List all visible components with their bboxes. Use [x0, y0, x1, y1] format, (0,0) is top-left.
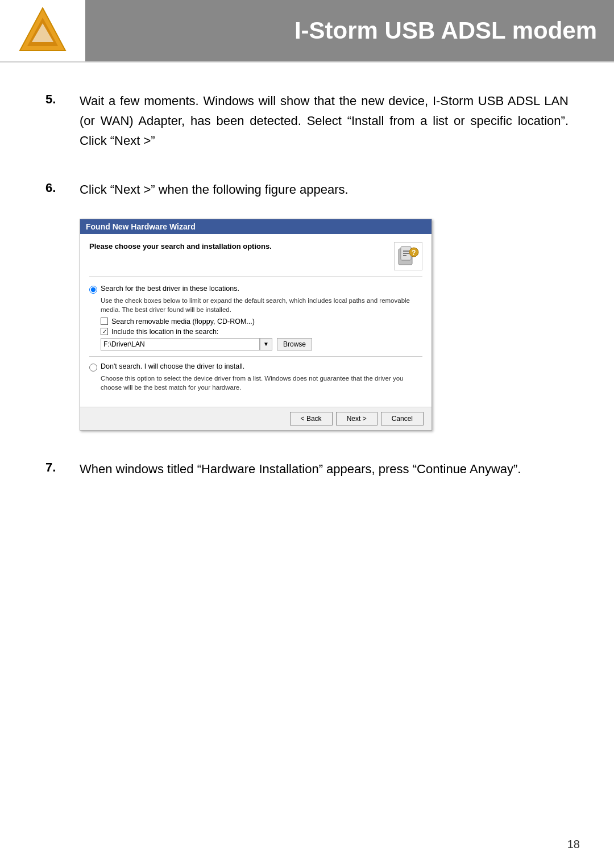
step-7-number: 7.: [45, 459, 80, 475]
checkbox2-label: Include this location in the search:: [111, 328, 218, 336]
step-5: 5. Wait a few moments. Windows will show…: [45, 91, 569, 151]
dialog-body: Please choose your search and installati…: [80, 234, 432, 407]
dropdown-arrow[interactable]: ▼: [260, 338, 272, 350]
step-7-text: When windows titled “Hardware Installati…: [80, 459, 569, 479]
header-title-area: I-Storm USB ADSL modem: [85, 0, 614, 61]
location-row: ▼ Browse: [101, 338, 422, 350]
page-title: I-Storm USB ADSL modem: [294, 17, 597, 44]
dialog-header-text: Please choose your search and installati…: [89, 242, 272, 251]
step-6-number: 6.: [45, 180, 80, 195]
dialog-options: Search for the best driver in these loca…: [89, 282, 422, 400]
browse-button[interactable]: Browse: [277, 338, 312, 350]
cancel-button[interactable]: Cancel: [381, 412, 424, 425]
logo-area: [0, 0, 85, 61]
svg-text:?: ?: [412, 249, 416, 257]
page-content: 5. Wait a few moments. Windows will show…: [0, 62, 614, 541]
radio2-label: Don't search. I will choose the driver t…: [101, 362, 244, 370]
radio2-desc: Choose this option to select the device …: [101, 374, 422, 392]
page-number: 18: [567, 838, 580, 851]
radio-dont-search[interactable]: [89, 364, 97, 372]
location-input[interactable]: [101, 338, 260, 350]
radio1-desc: Use the check boxes below to limit or ex…: [101, 296, 422, 314]
brand-logo: [17, 5, 68, 56]
checkbox2-row: ✓ Include this location in the search:: [101, 328, 422, 336]
page-header: I-Storm USB ADSL modem: [0, 0, 614, 62]
step-5-text: Wait a few moments. Windows will show th…: [80, 91, 569, 151]
hardware-wizard-icon: ?: [394, 242, 422, 270]
dialog-footer: < Back Next > Cancel: [80, 407, 432, 430]
dialog-header-row: Please choose your search and installati…: [89, 242, 422, 277]
step-5-number: 5.: [45, 91, 80, 107]
back-button[interactable]: < Back: [290, 412, 333, 425]
search-options-section: Search for the best driver in these loca…: [89, 285, 422, 350]
radio-search-best[interactable]: [89, 286, 97, 294]
radio1-row: Search for the best driver in these loca…: [89, 285, 422, 294]
radio2-row: Don't search. I will choose the driver t…: [89, 362, 422, 372]
checkbox1-row: Search removable media (floppy, CD-ROM..…: [101, 318, 422, 326]
checkbox-removable-media[interactable]: [101, 318, 108, 325]
dont-search-section: Don't search. I will choose the driver t…: [89, 362, 422, 392]
dialog-titlebar: Found New Hardware Wizard: [80, 219, 432, 234]
checkbox1-label: Search removable media (floppy, CD-ROM..…: [111, 318, 255, 326]
dialog-title: Found New Hardware Wizard: [86, 222, 196, 231]
next-button[interactable]: Next >: [336, 412, 377, 425]
checkbox-include-location[interactable]: ✓: [101, 328, 108, 335]
step-6-text: Click “Next >” when the following figure…: [80, 180, 349, 199]
found-hardware-dialog: Found New Hardware Wizard Please choose …: [80, 219, 432, 431]
step-7: 7. When windows titled “Hardware Install…: [45, 459, 569, 479]
divider: [89, 356, 422, 357]
radio1-label: Search for the best driver in these loca…: [101, 285, 239, 293]
step-6: 6. Click “Next >” when the following fig…: [45, 180, 569, 431]
